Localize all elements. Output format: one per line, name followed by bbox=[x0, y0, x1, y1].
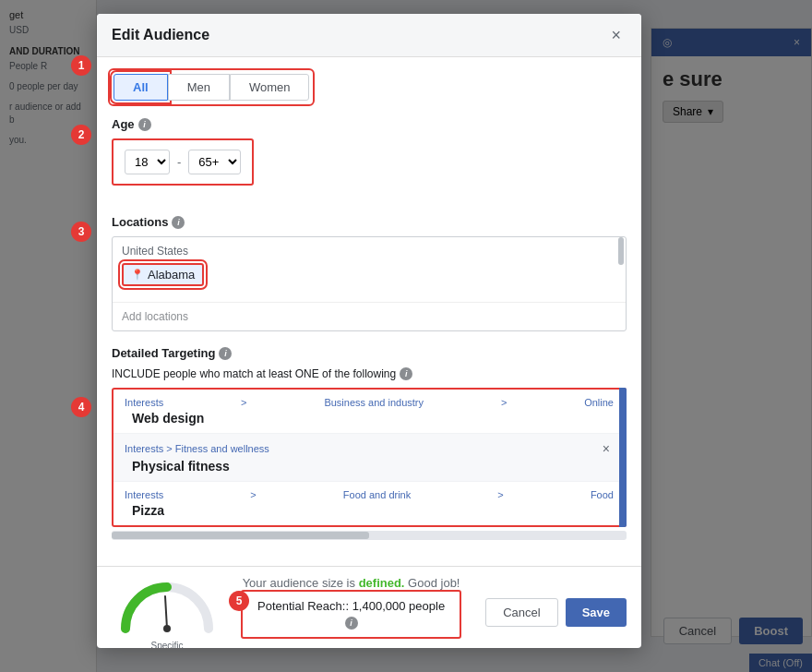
locations-section: Locations i United States 📍 Alabama Add … bbox=[112, 215, 627, 331]
age-min-select[interactable]: 18 1314151617 1920212530 3540455055 6065 bbox=[125, 150, 170, 174]
detailed-targeting-info-icon[interactable]: i bbox=[219, 347, 232, 360]
gauge-label: Specific bbox=[112, 641, 222, 649]
include-info-icon[interactable]: i bbox=[400, 367, 412, 380]
age-max-select[interactable]: 65+ 1819202125 3035404550 556065 bbox=[188, 150, 241, 174]
locations-box: United States 📍 Alabama Add locations bbox=[112, 236, 627, 331]
potential-reach-box: Potential Reach:: 1,400,000 people i bbox=[241, 590, 461, 639]
reach-label: Potential Reach:: bbox=[257, 599, 349, 613]
step-5-badge: 5 bbox=[229, 591, 249, 611]
location-tag-alabama: 📍 Alabama bbox=[122, 263, 204, 286]
location-country: United States bbox=[122, 245, 616, 258]
add-locations-input[interactable]: Add locations bbox=[113, 302, 626, 330]
include-label: INCLUDE people who match at least ONE of… bbox=[112, 367, 627, 380]
gauge-svg bbox=[112, 578, 222, 638]
targeting-item-fitness: Interests > Fitness and wellness × Physi… bbox=[113, 434, 625, 482]
modal-close-button[interactable]: × bbox=[605, 25, 627, 45]
step-1-badge: 1 bbox=[71, 55, 91, 76]
svg-line-0 bbox=[165, 596, 167, 629]
locations-label: Locations i bbox=[112, 215, 627, 229]
crumb-fitness: Fitness and wellness bbox=[175, 443, 269, 454]
crumb-sep-5: > bbox=[497, 489, 503, 500]
targeting-breadcrumb-fitness: Interests > Fitness and wellness × bbox=[125, 441, 614, 456]
locations-inner: United States 📍 Alabama bbox=[113, 237, 626, 302]
targeting-item-pizza: Interests > Food and drink > Food Pizza bbox=[113, 482, 625, 525]
age-info-icon[interactable]: i bbox=[138, 118, 151, 131]
cancel-button[interactable]: Cancel bbox=[485, 598, 557, 627]
crumb-sep-3: > bbox=[166, 443, 174, 454]
targeting-value-fitness: Physical fitness bbox=[125, 459, 614, 474]
modal-body: All Men Women Age i 18 1314151617 192021… bbox=[97, 57, 641, 566]
targeting-h-scrollbar bbox=[112, 531, 627, 540]
audience-size-text: Your audience size is defined. Good job! bbox=[241, 576, 461, 590]
detailed-targeting-label: Detailed Targeting i bbox=[112, 346, 627, 360]
modal-header: Edit Audience × bbox=[97, 14, 641, 57]
crumb-interests-1: Interests bbox=[125, 397, 163, 408]
locations-scrollbar-thumb bbox=[618, 237, 624, 265]
location-tag-label: Alabama bbox=[148, 268, 195, 282]
gender-women-button[interactable]: Women bbox=[230, 74, 310, 101]
save-button[interactable]: Save bbox=[566, 598, 627, 627]
reach-info-icon[interactable]: i bbox=[345, 617, 358, 630]
footer-buttons: Cancel Save bbox=[485, 598, 627, 627]
crumb-interests-3: Interests bbox=[125, 489, 163, 500]
gauge-container: Specific bbox=[112, 578, 222, 638]
age-label: Age i bbox=[112, 117, 627, 131]
svg-point-1 bbox=[163, 625, 171, 632]
crumb-food2: Food bbox=[591, 489, 614, 500]
gender-selector: All Men Women bbox=[112, 72, 311, 102]
detailed-targeting-section: Detailed Targeting i INCLUDE people who … bbox=[112, 346, 627, 540]
remove-fitness-button[interactable]: × bbox=[599, 441, 614, 456]
gender-all-button[interactable]: All bbox=[113, 74, 168, 101]
crumb-business: Business and industry bbox=[324, 397, 424, 408]
modal-footer: Specific Your audience size is defined. … bbox=[97, 566, 641, 648]
targeting-item-webdesign: Interests > Business and industry > Onli… bbox=[113, 390, 625, 434]
edit-audience-modal: Edit Audience × All Men Women Age i 18 1… bbox=[97, 14, 641, 648]
reach-value: 1,400,000 people bbox=[352, 599, 445, 613]
age-row: 18 1314151617 1920212530 3540455055 6065… bbox=[125, 150, 241, 174]
step-3-badge: 3 bbox=[71, 222, 91, 242]
crumb-online: Online bbox=[584, 397, 614, 408]
targeting-box-wrapper: Interests > Business and industry > Onli… bbox=[112, 388, 627, 527]
crumb-sep-2: > bbox=[501, 397, 507, 408]
crumb-sep-1: > bbox=[241, 397, 246, 408]
age-dash: - bbox=[177, 155, 181, 169]
defined-word: defined. bbox=[359, 576, 405, 590]
targeting-value-webdesign: Web design bbox=[125, 411, 614, 426]
targeting-h-scrollbar-thumb bbox=[112, 532, 369, 539]
targeting-box: Interests > Business and industry > Onli… bbox=[112, 388, 627, 527]
targeting-value-pizza: Pizza bbox=[125, 503, 614, 518]
gender-men-button[interactable]: Men bbox=[168, 74, 230, 101]
age-section-wrapper: Age i 18 1314151617 1920212530 354045505… bbox=[112, 117, 627, 200]
location-pin-icon: 📍 bbox=[131, 269, 144, 281]
step-4-badge: 4 bbox=[71, 397, 91, 417]
locations-info-icon[interactable]: i bbox=[172, 216, 185, 229]
targeting-breadcrumb-pizza: Interests > Food and drink > Food bbox=[125, 489, 614, 500]
crumb-sep-4: > bbox=[250, 489, 256, 500]
audience-info: Your audience size is defined. Good job!… bbox=[241, 576, 461, 639]
targeting-scrollbar bbox=[619, 388, 627, 527]
modal-title: Edit Audience bbox=[112, 27, 209, 43]
age-range-selector: 18 1314151617 1920212530 3540455055 6065… bbox=[112, 138, 254, 186]
step-2-badge: 2 bbox=[71, 125, 91, 145]
targeting-breadcrumb-webdesign: Interests > Business and industry > Onli… bbox=[125, 397, 614, 408]
meter-row: Specific Your audience size is defined. … bbox=[112, 576, 461, 639]
crumb-food: Food and drink bbox=[343, 489, 411, 500]
crumb-interests-2: Interests bbox=[125, 443, 163, 454]
